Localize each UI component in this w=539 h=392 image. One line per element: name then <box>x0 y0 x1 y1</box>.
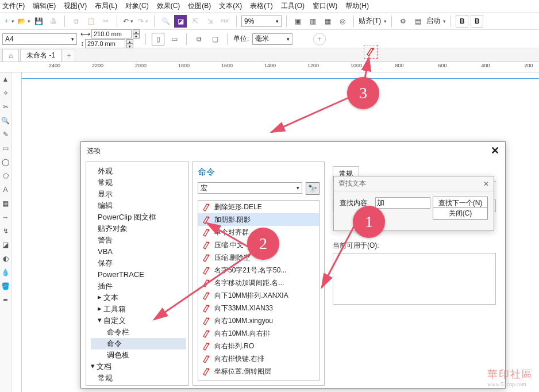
add-button[interactable]: ＋ <box>313 33 326 45</box>
dimension-tool[interactable]: ↔ <box>1 213 10 222</box>
outline-tool[interactable]: ✒ <box>1 295 10 305</box>
bold-a-button[interactable]: B <box>456 15 468 28</box>
print-button[interactable]: 🖶 <box>47 15 60 28</box>
save-button[interactable]: 💾 <box>32 15 45 28</box>
eyedropper-tool[interactable]: 💧 <box>1 268 10 277</box>
tree-item-commands[interactable]: 命令 <box>91 338 186 349</box>
welcome-tab[interactable] <box>2 49 19 62</box>
menu-text[interactable]: 文本(X) <box>219 1 242 11</box>
options-button[interactable]: ⚙ <box>396 15 409 28</box>
tree-item-text[interactable]: 文本 <box>91 292 186 303</box>
page-width-input[interactable]: 210.0 mm <box>91 29 132 39</box>
command-list-item[interactable]: 向右排列.RO <box>198 340 319 352</box>
find-input[interactable] <box>375 197 430 209</box>
import-button[interactable]: ◪ <box>174 15 187 28</box>
find-command-button[interactable]: 🔭 <box>306 182 319 195</box>
unit-combo[interactable]: 毫米▾ <box>252 33 292 45</box>
search-button[interactable]: 🔍 <box>159 15 172 28</box>
menu-table[interactable]: 表格(T) <box>250 1 272 11</box>
page-size-combo[interactable]: A4▾ <box>2 33 77 45</box>
dialog-close-button[interactable]: ✕ <box>491 144 499 157</box>
dropshadow-tool[interactable]: ◪ <box>1 240 10 249</box>
export-button[interactable]: ⇱ <box>189 15 202 28</box>
guides-button[interactable]: ◎ <box>336 15 349 28</box>
tree-item[interactable]: 命令栏 <box>91 326 186 338</box>
available-in-list[interactable] <box>333 253 496 305</box>
redo-button[interactable]: ↷ <box>137 15 149 28</box>
dragged-macro-icon[interactable] <box>364 45 378 59</box>
crop-tool[interactable]: ✂ <box>1 102 10 112</box>
command-list-item[interactable]: 名字50字21号.名字50... <box>198 264 319 276</box>
zoom-tool[interactable]: 🔍 <box>1 116 10 125</box>
pick-tool[interactable]: ▲ <box>1 75 10 84</box>
find-close-button[interactable]: ✕ <box>483 180 489 188</box>
command-list-item[interactable]: 向下10MM排列.XANXIA <box>198 289 319 302</box>
command-list-item[interactable]: 坐标位置.倒转图层 <box>198 365 319 378</box>
publish-button[interactable]: ⇲ <box>204 15 217 28</box>
menu-effect[interactable]: 效果(C) <box>157 1 180 11</box>
tree-item[interactable]: 插件 <box>91 280 186 292</box>
tree-item[interactable]: PowerTRACE <box>91 269 186 280</box>
command-list-item[interactable]: 加阴影.阴影 <box>198 213 319 226</box>
tree-item[interactable]: 显示 <box>91 189 186 200</box>
menu-edit[interactable]: 编辑(E) <box>33 1 56 11</box>
add-tab-button[interactable]: ＋ <box>63 49 75 62</box>
tree-item[interactable]: 常规 <box>91 177 186 189</box>
tree-item[interactable]: 贴齐对象 <box>91 223 186 235</box>
fullscreen-button[interactable]: ▣ <box>291 15 304 28</box>
polygon-tool[interactable]: ⬠ <box>1 171 10 180</box>
paste-button[interactable]: 📋 <box>84 15 97 28</box>
copy-button[interactable]: ⧉ <box>70 15 82 28</box>
zoom-combo[interactable]: 9%▾ <box>241 16 282 27</box>
all-pages-button[interactable]: ⧉ <box>192 33 205 45</box>
command-list-item[interactable]: 名字移动加调间距.名... <box>198 276 319 289</box>
fill-tool[interactable]: 🪣 <box>1 282 10 291</box>
tree-item[interactable]: VBA <box>91 246 186 258</box>
tree-item[interactable]: 编辑 <box>91 200 186 212</box>
bold-b-button[interactable]: B <box>471 15 483 28</box>
open-button[interactable]: 📂 <box>17 15 30 28</box>
macro-category-combo[interactable]: 宏▾ <box>198 182 302 194</box>
shape-tool[interactable]: ✧ <box>1 89 10 98</box>
document-tab[interactable]: 未命名 -1 <box>20 49 61 62</box>
tree-item[interactable]: PowerClip 图文框 <box>91 212 186 223</box>
undo-button[interactable]: ↶ <box>122 15 134 28</box>
command-list-item[interactable]: 删除矩形.DELE <box>198 201 319 213</box>
tree-item-document[interactable]: 文档 <box>91 361 186 372</box>
menu-object[interactable]: 对象(C) <box>125 1 149 11</box>
command-list-item[interactable]: 向下33MM.XIAN33 <box>198 302 319 314</box>
freehand-tool[interactable]: ✎ <box>1 130 10 139</box>
tree-item[interactable]: 调色板 <box>91 349 186 361</box>
current-page-button[interactable]: ▢ <box>209 33 221 45</box>
connector-tool[interactable]: ↯ <box>1 226 10 236</box>
cut-button[interactable]: ✂ <box>99 15 112 28</box>
new-button[interactable]: ＋ <box>2 15 15 28</box>
portrait-button[interactable]: ▯ <box>152 33 164 45</box>
menu-file[interactable]: 文件(F) <box>2 1 25 11</box>
landscape-button[interactable]: ▭ <box>168 33 180 45</box>
launch-dropdown[interactable]: 启动 <box>426 16 446 26</box>
menu-layout[interactable]: 布局(L) <box>95 1 117 11</box>
command-list-item[interactable]: 向右排快键.右排 <box>198 352 319 365</box>
rectangle-tool[interactable]: ▭ <box>1 144 10 153</box>
grid-button[interactable]: ▦ <box>321 15 334 28</box>
page-height-input[interactable]: 297.0 mm <box>85 39 125 48</box>
menu-bitmap[interactable]: 位图(B) <box>188 1 211 11</box>
tree-item[interactable]: 常规 <box>91 372 186 384</box>
snap-dropdown[interactable]: 贴齐(T) <box>359 16 387 26</box>
text-tool[interactable]: A <box>1 185 10 194</box>
app-launch-icon[interactable]: ▤ <box>411 15 424 28</box>
menu-window[interactable]: 窗口(W) <box>313 1 337 11</box>
find-close-btn[interactable]: 关闭(C) <box>433 207 488 220</box>
menu-tools[interactable]: 工具(O) <box>281 1 305 11</box>
menu-help[interactable]: 帮助(H) <box>345 1 369 11</box>
pdf-button[interactable]: PDF <box>219 15 232 28</box>
tree-item[interactable]: 页面尺寸 <box>91 384 186 386</box>
ellipse-tool[interactable]: ◯ <box>1 157 10 167</box>
tree-item[interactable]: 保存 <box>91 258 186 269</box>
transparency-tool[interactable]: ◐ <box>1 254 10 263</box>
command-list[interactable]: 删除矩形.DELE加阴影.阴影单个对齐群压缩.中文压缩.删除空名字50字21号.… <box>198 200 319 381</box>
command-list-item[interactable]: 向右10MM.xingyou <box>198 314 319 327</box>
tree-item[interactable]: 外观 <box>91 166 186 177</box>
tree-item-toolbox[interactable]: 工具箱 <box>91 303 186 315</box>
